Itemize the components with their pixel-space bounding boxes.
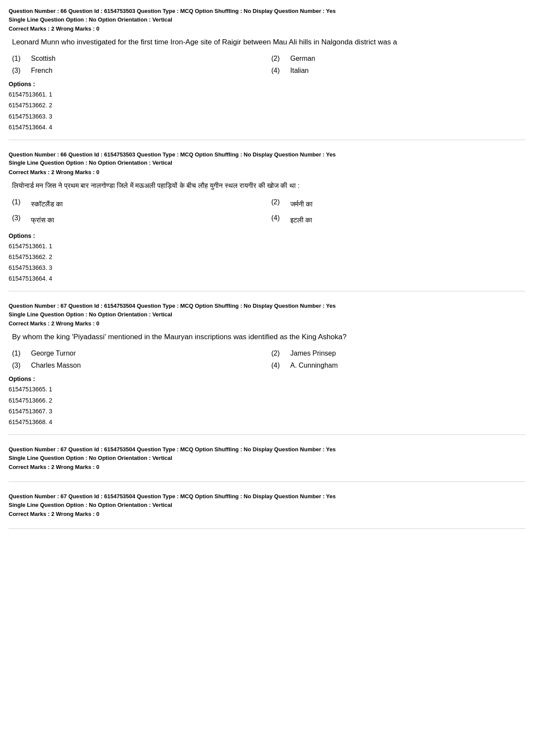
options-grid: (1)Scottish(2)German(3)French(4)Italian: [9, 55, 525, 75]
question-meta: Question Number : 67 Question Id : 61547…: [9, 445, 525, 462]
option-item-4: (4)इटली का: [271, 214, 522, 226]
option-item-1: (1)स्कॉटलैंड का: [12, 198, 263, 210]
option-code-item: 61547513664. 4: [9, 273, 525, 284]
question-marks: Correct Marks : 2 Wrong Marks : 0: [9, 25, 525, 32]
option-text: German: [290, 55, 315, 62]
option-item-2: (2)German: [271, 55, 522, 62]
question-block-q67-hi: Question Number : 67 Question Id : 61547…: [9, 492, 525, 529]
option-number: (2): [271, 55, 283, 62]
option-item-3: (3)French: [12, 67, 263, 75]
option-number: (2): [271, 198, 283, 206]
option-code-item: 61547513663. 3: [9, 262, 525, 273]
meta-line2: Single Line Question Option : No Option …: [9, 16, 172, 23]
option-text: स्कॉटलैंड का: [31, 198, 63, 210]
options-label: Options :: [9, 232, 525, 239]
question-marks: Correct Marks : 2 Wrong Marks : 0: [9, 464, 525, 470]
option-text: James Prinsep: [290, 350, 336, 357]
option-code-item: 61547513668. 4: [9, 417, 525, 428]
option-item-3: (3)Charles Masson: [12, 362, 263, 369]
question-block-q67_hi: Question Number : 67 Question Id : 61547…: [9, 445, 525, 482]
option-text: फ्रांस का: [31, 214, 54, 226]
option-code-item: 61547513663. 3: [9, 111, 525, 122]
question-marks: Correct Marks : 2 Wrong Marks : 0: [9, 320, 525, 327]
question-block-q66_en: Question Number : 66 Question Id : 61547…: [9, 7, 525, 140]
question-block-q67_en: Question Number : 67 Question Id : 61547…: [9, 302, 525, 435]
option-code-item: 61547513667. 3: [9, 406, 525, 417]
meta-line1: Question Number : 67 Question Id : 61547…: [9, 446, 335, 453]
option-text: French: [31, 67, 53, 75]
option-number: (4): [271, 214, 283, 222]
option-code-list: 61547513665. 161547513666. 261547513667.…: [9, 384, 525, 428]
option-item-2: (2)जर्मनी का: [271, 198, 522, 210]
option-text: George Turnor: [31, 350, 76, 357]
option-number: (3): [12, 67, 24, 75]
option-item-1: (1)Scottish: [12, 55, 263, 62]
option-text: इटली का: [290, 214, 312, 226]
option-text: जर्मनी का: [290, 198, 313, 210]
question-meta: Question Number : 67 Question Id : 61547…: [9, 492, 525, 509]
options-label: Options :: [9, 81, 525, 87]
option-code-item: 61547513665. 1: [9, 384, 525, 395]
question-text: Leonard Munn who investigated for the fi…: [9, 36, 525, 48]
options-grid: (1)स्कॉटलैंड का(2)जर्मनी का(3)फ्रांस का(…: [9, 198, 525, 226]
option-item-4: (4)A. Cunningham: [271, 362, 522, 369]
option-code-item: 61547513662. 2: [9, 252, 525, 262]
option-code-list: 61547513661. 161547513662. 261547513663.…: [9, 241, 525, 284]
question-meta: Question Number : 67 Question Id : 61547…: [9, 302, 525, 319]
option-number: (3): [12, 362, 24, 369]
meta-line1: Question Number : 66 Question Id : 61547…: [9, 8, 335, 14]
question-text: By whom the king 'Piyadassi' mentioned i…: [9, 331, 525, 343]
options-grid: (1)George Turnor(2)James Prinsep(3)Charl…: [9, 350, 525, 369]
question-meta: Question Number : 66 Question Id : 61547…: [9, 7, 525, 24]
option-code-item: 61547513662. 2: [9, 100, 525, 111]
option-item-3: (3)फ्रांस का: [12, 214, 263, 226]
question-marks: Correct Marks : 2 Wrong Marks : 0: [9, 511, 525, 517]
meta-line1: Question Number : 66 Question Id : 61547…: [9, 151, 335, 158]
question-marks: Correct Marks : 2 Wrong Marks : 0: [9, 169, 525, 175]
meta-line1: Question Number : 67 Question Id : 61547…: [9, 493, 335, 500]
meta-line1: Question Number : 67 Question Id : 61547…: [9, 303, 335, 309]
option-number: (4): [271, 67, 283, 75]
option-text: Italian: [290, 67, 309, 75]
option-code-item: 61547513664. 4: [9, 122, 525, 133]
option-code-list: 61547513661. 161547513662. 261547513663.…: [9, 89, 525, 133]
option-text: Charles Masson: [31, 362, 81, 369]
meta-line2: Single Line Question Option : No Option …: [9, 159, 172, 166]
option-number: (1): [12, 55, 24, 62]
question-meta: Question Number : 66 Question Id : 61547…: [9, 150, 525, 167]
meta-line2: Single Line Question Option : No Option …: [9, 455, 172, 461]
option-text: Scottish: [31, 55, 56, 62]
option-number: (4): [271, 362, 283, 369]
option-item-1: (1)George Turnor: [12, 350, 263, 357]
meta-line2: Single Line Question Option : No Option …: [9, 502, 172, 508]
meta-line2: Single Line Question Option : No Option …: [9, 311, 172, 318]
option-item-4: (4)Italian: [271, 67, 522, 75]
options-label: Options :: [9, 375, 525, 382]
question-block-q66_hi: Question Number : 66 Question Id : 61547…: [9, 150, 525, 291]
option-text: A. Cunningham: [290, 362, 338, 369]
option-item-2: (2)James Prinsep: [271, 350, 522, 357]
option-code-item: 61547513661. 1: [9, 89, 525, 100]
option-number: (3): [12, 214, 24, 222]
option-code-item: 61547513666. 2: [9, 395, 525, 406]
option-number: (2): [271, 350, 283, 357]
option-code-item: 61547513661. 1: [9, 241, 525, 252]
question-text: लियोनार्ड मन जिस ने प्रथम बार नालगोण्डा …: [9, 180, 525, 191]
option-number: (1): [12, 350, 24, 357]
option-number: (1): [12, 198, 24, 206]
